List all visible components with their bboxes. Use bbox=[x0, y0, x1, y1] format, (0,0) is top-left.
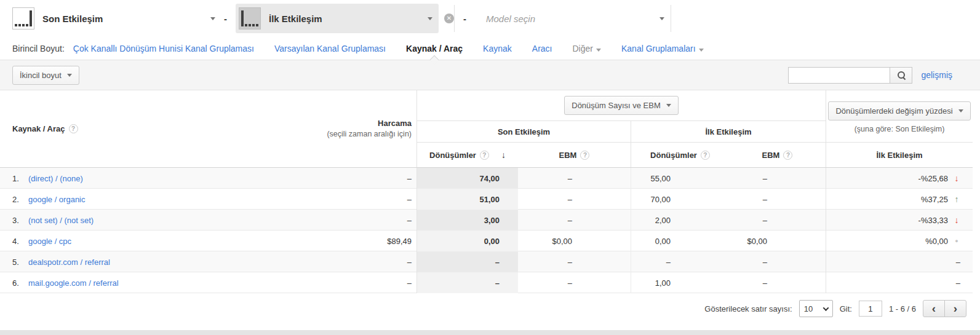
column-header-spend: Harcama (seçili zaman aralığı için) bbox=[327, 118, 412, 140]
goto-page-input[interactable] bbox=[859, 301, 882, 317]
model-separator: - bbox=[224, 14, 227, 24]
chevron-down-icon bbox=[596, 49, 601, 52]
bottom-scrollbar-track[interactable] bbox=[0, 330, 980, 335]
help-icon[interactable] bbox=[480, 151, 489, 160]
conversions-header-text: Dönüşümler bbox=[650, 151, 697, 160]
dimension-link-source-medium[interactable]: Kaynak / Araç bbox=[406, 44, 463, 53]
help-icon[interactable] bbox=[580, 151, 589, 160]
dimension-link-other[interactable]: Diğer bbox=[573, 44, 601, 53]
search-button[interactable] bbox=[890, 67, 912, 84]
spend-cell: – bbox=[332, 189, 416, 210]
header-metric-selector-cell: Dönüşüm Sayısı ve EBM bbox=[416, 90, 826, 121]
model-slot-select[interactable]: Model seçin bbox=[475, 4, 671, 33]
change-value: -%25,68 bbox=[918, 174, 948, 183]
model-select-placeholder: Model seçin bbox=[486, 14, 535, 24]
previous-page-button[interactable]: ‹ bbox=[923, 300, 945, 317]
column-header-conversions-last[interactable]: Dönüşümler ↓ bbox=[416, 143, 518, 167]
trend-arrow-icon: ↓ bbox=[953, 215, 960, 225]
trend-arrow-icon: ↓ bbox=[953, 173, 960, 183]
table-row: 6.mail.google.com / referral – – – 1,00 … bbox=[0, 272, 973, 293]
divider bbox=[454, 5, 455, 32]
metric-dropdown-button[interactable]: Dönüşüm Sayısı ve EBM bbox=[564, 96, 679, 115]
header-left-cell: Kaynak / Araç Harcama (seçili zaman aral… bbox=[0, 90, 416, 167]
search-input[interactable] bbox=[788, 67, 890, 84]
cpa-first-cell: – bbox=[729, 251, 826, 272]
row-index: 2. bbox=[12, 195, 28, 204]
conversions-last-cell: 51,00 bbox=[416, 189, 518, 210]
chevron-right-icon: › bbox=[954, 302, 957, 315]
dimension-link-default-channel-grouping[interactable]: Varsayılan Kanal Gruplaması bbox=[274, 44, 386, 53]
row-range-text: 1 - 6 / 6 bbox=[889, 304, 916, 313]
pagination: ‹ › bbox=[923, 300, 966, 317]
circle-x-icon[interactable] bbox=[444, 14, 454, 23]
dimension-link-mcf-channel-grouping[interactable]: Çok Kanallı Dönüşüm Hunisi Kanal Gruplam… bbox=[73, 44, 254, 53]
change-cell: -%25,68↓ bbox=[826, 168, 973, 189]
cpa-last-cell: – bbox=[518, 189, 631, 210]
conversions-last-cell: – bbox=[416, 272, 518, 293]
metric-dropdown-label: Dönüşüm Sayısı ve EBM bbox=[572, 101, 661, 110]
source-link[interactable]: mail.google.com / referral bbox=[28, 278, 119, 288]
row-index: 3. bbox=[12, 216, 28, 225]
selected-dimension-text: Kaynak / Araç bbox=[406, 44, 463, 53]
change-cell: %37,25↑ bbox=[826, 189, 973, 210]
help-icon[interactable] bbox=[69, 124, 78, 133]
column-header-source-medium[interactable]: Kaynak / Araç bbox=[12, 124, 78, 133]
table-footer: Gösterilecek satır sayısı: 10 Git: 1 - 6… bbox=[0, 293, 973, 317]
model-separator: - bbox=[463, 14, 466, 24]
model-slot-first-interaction[interactable]: İlk Etkileşim bbox=[236, 4, 439, 33]
model-slot-last-interaction[interactable]: Son Etkileşim bbox=[12, 4, 215, 33]
model-label: Son Etkileşim bbox=[42, 14, 103, 24]
change-cell: – bbox=[826, 251, 973, 272]
table-row: 4.google / cpc $89,49 0,00 $0,00 0,00 $0… bbox=[0, 231, 973, 251]
table-row: 1.(direct) / (none) – 74,00 – 55,00 – -%… bbox=[0, 168, 973, 189]
divider bbox=[671, 5, 671, 32]
spend-cell: $89,49 bbox=[332, 231, 416, 251]
column-header-change-first-interaction[interactable]: İlk Etkileşim bbox=[826, 143, 973, 167]
dimension-link-source[interactable]: Kaynak bbox=[483, 44, 512, 53]
cpa-header-text: EBM bbox=[762, 151, 780, 160]
column-header-cpa-last[interactable]: EBM bbox=[518, 143, 631, 167]
cpa-last-cell: – bbox=[518, 272, 631, 293]
chevron-down-icon[interactable] bbox=[210, 17, 215, 20]
sort-descending-icon[interactable]: ↓ bbox=[501, 150, 506, 160]
column-header-cpa-first[interactable]: EBM bbox=[729, 143, 826, 167]
source-link[interactable]: (direct) / (none) bbox=[28, 174, 83, 183]
chevron-down-icon[interactable] bbox=[428, 17, 432, 20]
chevron-down-icon bbox=[823, 305, 829, 311]
advanced-search-link[interactable]: gelişmiş bbox=[921, 70, 952, 80]
secondary-dimension-button[interactable]: İkincil boyut bbox=[12, 66, 79, 85]
change-dropdown-button[interactable]: Dönüşümlerdeki değişim yüzdesi bbox=[828, 101, 970, 120]
row-index: 1. bbox=[12, 174, 28, 183]
column-header-conversions-first[interactable]: Dönüşümler bbox=[631, 143, 729, 167]
spend-title: Harcama bbox=[327, 118, 412, 129]
rows-per-page-label: Gösterilecek satır sayısı: bbox=[704, 304, 792, 313]
spend-cell: – bbox=[332, 251, 416, 272]
source-link[interactable]: google / organic bbox=[28, 195, 86, 204]
other-link-text: Diğer bbox=[573, 44, 593, 53]
rows-per-page-select[interactable]: 10 bbox=[799, 300, 833, 317]
chevron-down-icon bbox=[67, 74, 72, 77]
cpa-last-cell: – bbox=[518, 251, 631, 272]
group-header-last-interaction: Son Etkileşim bbox=[416, 121, 631, 143]
channel-groupings-text: Kanal Gruplamaları bbox=[621, 44, 696, 53]
row-index: 4. bbox=[12, 237, 28, 246]
source-link[interactable]: dealspotr.com / referral bbox=[28, 258, 110, 267]
trend-arrow-icon: ● bbox=[953, 238, 960, 244]
dimension-link-channel-groupings[interactable]: Kanal Gruplamaları bbox=[621, 44, 704, 53]
source-medium-header-text: Kaynak / Araç bbox=[12, 124, 65, 133]
chevron-down-icon[interactable] bbox=[659, 17, 664, 20]
conversions-first-cell: 55,00 bbox=[631, 168, 729, 189]
help-icon[interactable] bbox=[783, 151, 792, 160]
next-page-button[interactable]: › bbox=[944, 300, 966, 317]
change-value: %37,25 bbox=[921, 195, 948, 204]
chevron-down-icon bbox=[958, 109, 963, 112]
trend-arrow-icon: ↑ bbox=[953, 194, 960, 204]
dimension-link-medium[interactable]: Aracı bbox=[532, 44, 552, 53]
last-interaction-model-icon bbox=[12, 7, 34, 30]
source-link[interactable]: google / cpc bbox=[28, 237, 71, 246]
cpa-header-text: EBM bbox=[559, 151, 577, 160]
source-link[interactable]: (not set) / (not set) bbox=[28, 216, 94, 225]
help-icon[interactable] bbox=[701, 151, 710, 160]
cpa-last-cell: – bbox=[518, 168, 631, 189]
cpa-first-cell: – bbox=[729, 168, 826, 189]
